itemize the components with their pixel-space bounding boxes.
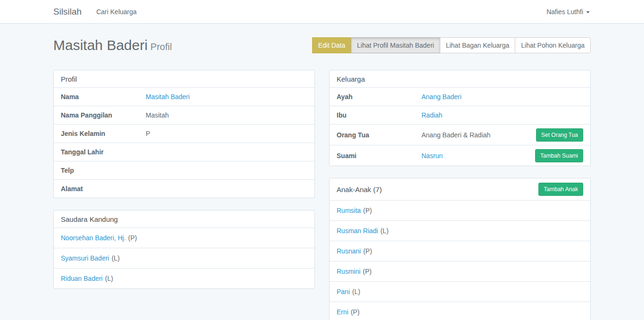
profil-panel-title: Profil [61, 75, 77, 83]
row-value: Nasrun [421, 152, 535, 160]
profil-panel: Profil Nama Masitah Baderi Nama Panggila… [53, 70, 315, 198]
table-row: Tanggal Lahir [54, 143, 314, 161]
list-item: Erni (P) [330, 302, 590, 320]
child-name-link[interactable]: Rusman Riadi [337, 227, 378, 235]
row-label: Jenis Kelamin [61, 130, 146, 137]
left-column: Profil Nama Masitah Baderi Nama Panggila… [53, 70, 315, 320]
row-label: Alamat [61, 185, 146, 193]
profile-action-button[interactable]: Lihat Profil Masitah Baderi [351, 37, 440, 53]
family-action-button[interactable]: Set Orang Tua [536, 128, 583, 142]
child-name-link[interactable]: Pani [337, 288, 350, 295]
anak-panel-title: Anak-Anak (7) [337, 185, 382, 194]
chevron-down-icon [586, 11, 590, 13]
child-name-link[interactable]: Erni [337, 308, 348, 316]
row-value: Radiah [421, 111, 583, 119]
row-label: Nama [61, 93, 146, 101]
table-row: Alamat [54, 179, 314, 198]
list-item: Noorsehan Baderi, Hj. (P) [54, 227, 314, 248]
profile-action-button[interactable]: Lihat Bagan Keluarga [440, 37, 516, 53]
gender-label: (L) [380, 227, 388, 235]
table-row: Jenis Kelamin P [54, 124, 314, 143]
child-name-link[interactable]: Rusmini [337, 268, 361, 275]
person-name-title: Masitah Baderi [53, 37, 148, 53]
user-menu[interactable]: Nafies Luthfi [545, 0, 591, 23]
anak-anak-panel: Anak-Anak (7) Tambah Anak Rumsita (P) Ru… [329, 178, 591, 320]
list-item: Riduan Baderi (L) [54, 268, 314, 288]
gender-label: (L) [105, 275, 113, 282]
sibling-name-link[interactable]: Syamsuri Baderi [61, 254, 109, 262]
gender-label: (P) [128, 234, 137, 242]
row-value: Masitah [146, 111, 307, 119]
gender-label: (P) [351, 308, 360, 316]
table-row: Nama Masitah Baderi [54, 87, 314, 106]
profile-action-button[interactable]: Edit Data [312, 37, 352, 53]
row-label: Ayah [337, 93, 421, 101]
page-title: Masitah BaderiProfil [53, 37, 172, 53]
right-column: Keluarga Ayah Anang Baderi [329, 70, 591, 320]
profile-actions-button-group: Edit Data Lihat Profil Masitah Baderi Li… [313, 37, 591, 53]
row-value: Masitah Baderi [146, 93, 307, 101]
tambah-anak-button[interactable]: Tambah Anak [538, 183, 583, 196]
list-item: Rusman Riadi (L) [330, 220, 590, 241]
row-value: Anang Baderi [421, 93, 583, 101]
list-item: Pani (L) [330, 281, 590, 302]
saudara-kandung-panel: Saudara Kandung Noorsehan Baderi, Hj. (P… [53, 210, 315, 289]
list-item: Rusnani (P) [330, 241, 590, 261]
table-row: Orang Tua Anang Baderi & Radiah Set Oran… [330, 124, 590, 145]
row-label: Suami [337, 152, 421, 160]
list-item: Rumsita (P) [330, 200, 590, 220]
child-name-link[interactable]: Rumsita [337, 207, 361, 214]
table-row: Suami Nasrun Tambah Suami [330, 145, 590, 166]
family-action-button[interactable]: Tambah Suami [535, 149, 583, 162]
list-item: Rusmini (P) [330, 261, 590, 281]
row-label: Orang Tua [337, 131, 421, 139]
gender-label: (P) [363, 268, 372, 275]
table-row: Ayah Anang Baderi [330, 87, 590, 106]
row-label: Telp [61, 167, 146, 174]
child-name-link[interactable]: Rusnani [337, 247, 361, 255]
row-value: Anang Baderi & Radiah [421, 131, 536, 139]
nav-link-cari-keluarga[interactable]: Cari Keluarga [89, 0, 144, 23]
gender-label: (P) [363, 247, 372, 255]
keluarga-panel: Keluarga Ayah Anang Baderi [329, 70, 591, 166]
row-label: Ibu [337, 111, 421, 119]
row-label: Tanggal Lahir [61, 148, 146, 156]
list-item: Syamsuri Baderi (L) [54, 248, 314, 268]
profile-action-button[interactable]: Lihat Pohon Keluarga [515, 37, 591, 53]
sibling-name-link[interactable]: Noorsehan Baderi, Hj. [61, 234, 126, 242]
table-row: Nama Panggilan Masitah [54, 106, 314, 124]
page-header: Masitah BaderiProfil Edit Data Lihat Pro… [53, 36, 591, 55]
brand-silsilah[interactable]: Silsilah [53, 0, 89, 23]
sibling-name-link[interactable]: Riduan Baderi [61, 275, 103, 282]
table-row: Ibu Radiah [330, 106, 590, 124]
keluarga-panel-title: Keluarga [337, 75, 365, 83]
row-label: Nama Panggilan [61, 111, 146, 119]
gender-label: (L) [352, 288, 360, 295]
table-row: Telp [54, 161, 314, 179]
top-navbar: Silsilah Cari Keluarga Nafies Luthfi [0, 0, 644, 24]
gender-label: (L) [112, 254, 120, 262]
row-value: P [146, 130, 307, 137]
page-subtitle: Profil [150, 42, 172, 52]
gender-label: (P) [363, 207, 372, 214]
saudara-panel-title: Saudara Kandung [61, 215, 118, 223]
user-name: Nafies Luthfi [546, 8, 583, 16]
